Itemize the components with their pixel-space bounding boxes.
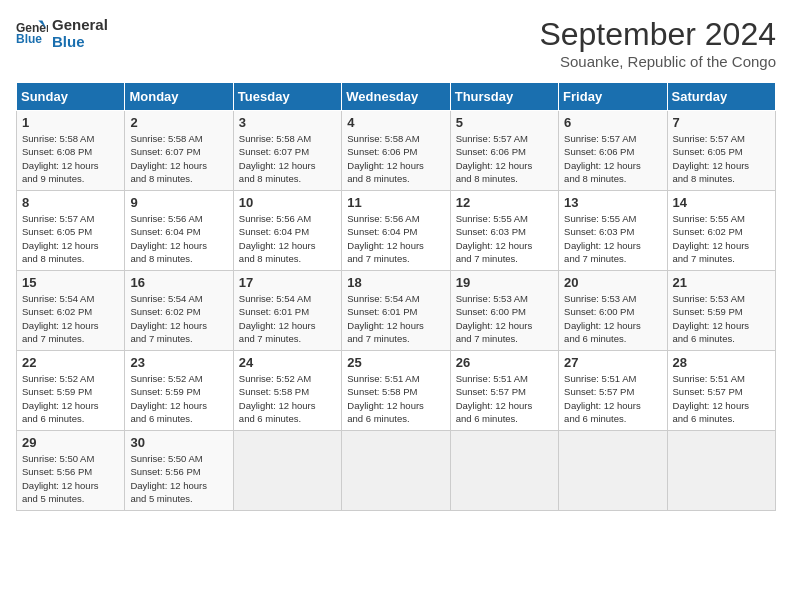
day-cell: 19Sunrise: 5:53 AMSunset: 6:00 PMDayligh… [450,271,558,351]
day-cell: 21Sunrise: 5:53 AMSunset: 5:59 PMDayligh… [667,271,775,351]
day-detail: Sunrise: 5:53 AMSunset: 6:00 PMDaylight:… [564,292,661,345]
day-cell: 30Sunrise: 5:50 AMSunset: 5:56 PMDayligh… [125,431,233,511]
title-area: September 2024 Souanke, Republic of the … [539,16,776,70]
day-number: 24 [239,355,336,370]
day-cell: 12Sunrise: 5:55 AMSunset: 6:03 PMDayligh… [450,191,558,271]
month-year-title: September 2024 [539,16,776,53]
day-detail: Sunrise: 5:52 AMSunset: 5:59 PMDaylight:… [130,372,227,425]
day-cell [559,431,667,511]
day-number: 10 [239,195,336,210]
day-number: 4 [347,115,444,130]
day-cell [450,431,558,511]
day-number: 19 [456,275,553,290]
day-number: 3 [239,115,336,130]
day-number: 16 [130,275,227,290]
day-detail: Sunrise: 5:51 AMSunset: 5:58 PMDaylight:… [347,372,444,425]
day-detail: Sunrise: 5:57 AMSunset: 6:06 PMDaylight:… [456,132,553,185]
day-detail: Sunrise: 5:54 AMSunset: 6:02 PMDaylight:… [130,292,227,345]
day-cell: 9Sunrise: 5:56 AMSunset: 6:04 PMDaylight… [125,191,233,271]
logo-general: General [52,16,108,33]
day-cell: 13Sunrise: 5:55 AMSunset: 6:03 PMDayligh… [559,191,667,271]
day-detail: Sunrise: 5:50 AMSunset: 5:56 PMDaylight:… [130,452,227,505]
day-cell: 14Sunrise: 5:55 AMSunset: 6:02 PMDayligh… [667,191,775,271]
logo: General Blue General Blue [16,16,108,50]
day-cell: 16Sunrise: 5:54 AMSunset: 6:02 PMDayligh… [125,271,233,351]
day-detail: Sunrise: 5:50 AMSunset: 5:56 PMDaylight:… [22,452,119,505]
day-detail: Sunrise: 5:52 AMSunset: 5:59 PMDaylight:… [22,372,119,425]
day-detail: Sunrise: 5:58 AMSunset: 6:07 PMDaylight:… [239,132,336,185]
day-detail: Sunrise: 5:51 AMSunset: 5:57 PMDaylight:… [673,372,770,425]
day-cell: 7Sunrise: 5:57 AMSunset: 6:05 PMDaylight… [667,111,775,191]
day-number: 8 [22,195,119,210]
day-cell: 18Sunrise: 5:54 AMSunset: 6:01 PMDayligh… [342,271,450,351]
day-number: 5 [456,115,553,130]
day-number: 1 [22,115,119,130]
day-cell: 27Sunrise: 5:51 AMSunset: 5:57 PMDayligh… [559,351,667,431]
day-detail: Sunrise: 5:51 AMSunset: 5:57 PMDaylight:… [456,372,553,425]
day-cell: 23Sunrise: 5:52 AMSunset: 5:59 PMDayligh… [125,351,233,431]
day-detail: Sunrise: 5:51 AMSunset: 5:57 PMDaylight:… [564,372,661,425]
col-saturday: Saturday [667,83,775,111]
day-number: 28 [673,355,770,370]
day-number: 9 [130,195,227,210]
day-number: 13 [564,195,661,210]
day-cell: 4Sunrise: 5:58 AMSunset: 6:06 PMDaylight… [342,111,450,191]
day-cell [667,431,775,511]
day-number: 29 [22,435,119,450]
day-cell: 6Sunrise: 5:57 AMSunset: 6:06 PMDaylight… [559,111,667,191]
day-cell: 2Sunrise: 5:58 AMSunset: 6:07 PMDaylight… [125,111,233,191]
day-cell: 10Sunrise: 5:56 AMSunset: 6:04 PMDayligh… [233,191,341,271]
day-number: 22 [22,355,119,370]
day-cell: 8Sunrise: 5:57 AMSunset: 6:05 PMDaylight… [17,191,125,271]
header-row: Sunday Monday Tuesday Wednesday Thursday… [17,83,776,111]
day-number: 6 [564,115,661,130]
calendar-week-1: 1Sunrise: 5:58 AMSunset: 6:08 PMDaylight… [17,111,776,191]
day-cell: 11Sunrise: 5:56 AMSunset: 6:04 PMDayligh… [342,191,450,271]
day-detail: Sunrise: 5:56 AMSunset: 6:04 PMDaylight:… [347,212,444,265]
location-label: Souanke, Republic of the Congo [539,53,776,70]
day-detail: Sunrise: 5:58 AMSunset: 6:08 PMDaylight:… [22,132,119,185]
header: General Blue General Blue September 2024… [16,16,776,70]
calendar-week-4: 22Sunrise: 5:52 AMSunset: 5:59 PMDayligh… [17,351,776,431]
col-tuesday: Tuesday [233,83,341,111]
day-cell: 24Sunrise: 5:52 AMSunset: 5:58 PMDayligh… [233,351,341,431]
day-detail: Sunrise: 5:57 AMSunset: 6:06 PMDaylight:… [564,132,661,185]
day-detail: Sunrise: 5:54 AMSunset: 6:01 PMDaylight:… [347,292,444,345]
day-detail: Sunrise: 5:58 AMSunset: 6:06 PMDaylight:… [347,132,444,185]
day-number: 2 [130,115,227,130]
day-detail: Sunrise: 5:57 AMSunset: 6:05 PMDaylight:… [22,212,119,265]
day-detail: Sunrise: 5:53 AMSunset: 6:00 PMDaylight:… [456,292,553,345]
day-cell: 29Sunrise: 5:50 AMSunset: 5:56 PMDayligh… [17,431,125,511]
day-detail: Sunrise: 5:52 AMSunset: 5:58 PMDaylight:… [239,372,336,425]
day-number: 25 [347,355,444,370]
day-cell: 25Sunrise: 5:51 AMSunset: 5:58 PMDayligh… [342,351,450,431]
day-cell: 15Sunrise: 5:54 AMSunset: 6:02 PMDayligh… [17,271,125,351]
day-detail: Sunrise: 5:53 AMSunset: 5:59 PMDaylight:… [673,292,770,345]
day-number: 20 [564,275,661,290]
calendar-week-5: 29Sunrise: 5:50 AMSunset: 5:56 PMDayligh… [17,431,776,511]
day-cell [342,431,450,511]
day-detail: Sunrise: 5:56 AMSunset: 6:04 PMDaylight:… [130,212,227,265]
col-monday: Monday [125,83,233,111]
day-number: 12 [456,195,553,210]
day-detail: Sunrise: 5:58 AMSunset: 6:07 PMDaylight:… [130,132,227,185]
calendar-week-3: 15Sunrise: 5:54 AMSunset: 6:02 PMDayligh… [17,271,776,351]
day-detail: Sunrise: 5:56 AMSunset: 6:04 PMDaylight:… [239,212,336,265]
calendar-week-2: 8Sunrise: 5:57 AMSunset: 6:05 PMDaylight… [17,191,776,271]
svg-text:Blue: Blue [16,32,42,46]
day-detail: Sunrise: 5:55 AMSunset: 6:03 PMDaylight:… [564,212,661,265]
day-cell: 1Sunrise: 5:58 AMSunset: 6:08 PMDaylight… [17,111,125,191]
day-number: 11 [347,195,444,210]
day-number: 17 [239,275,336,290]
col-thursday: Thursday [450,83,558,111]
col-wednesday: Wednesday [342,83,450,111]
col-friday: Friday [559,83,667,111]
day-number: 21 [673,275,770,290]
day-cell: 20Sunrise: 5:53 AMSunset: 6:00 PMDayligh… [559,271,667,351]
day-number: 26 [456,355,553,370]
day-detail: Sunrise: 5:54 AMSunset: 6:02 PMDaylight:… [22,292,119,345]
day-number: 27 [564,355,661,370]
day-cell: 5Sunrise: 5:57 AMSunset: 6:06 PMDaylight… [450,111,558,191]
day-detail: Sunrise: 5:54 AMSunset: 6:01 PMDaylight:… [239,292,336,345]
calendar-table: Sunday Monday Tuesday Wednesday Thursday… [16,82,776,511]
